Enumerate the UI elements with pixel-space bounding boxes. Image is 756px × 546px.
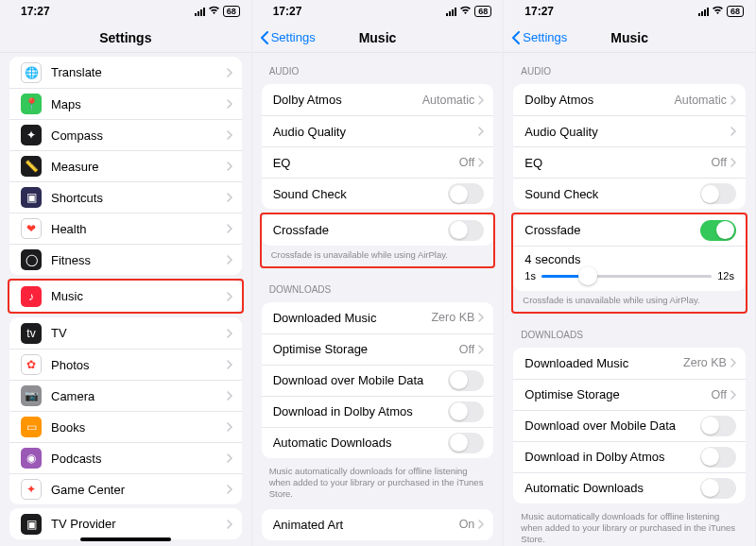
downloads-header: DOWNLOADS [252,271,504,299]
download-dolby-toggle[interactable] [448,401,484,422]
auto-downloads-toggle[interactable] [448,433,484,453]
podcasts-icon: ◉ [21,448,42,469]
settings-item-maps[interactable]: 📍Maps [9,88,242,119]
sound-check-row[interactable]: Sound Check [513,178,746,209]
download-mobile-toggle[interactable] [700,416,736,436]
auto-downloads-row[interactable]: Automatic Downloads [262,427,494,458]
chevron-right-icon [730,158,736,167]
eq-row[interactable]: EQ Off [513,146,746,178]
row-label: Measure [51,160,227,174]
home-indicator[interactable] [80,537,171,541]
crossfade-toggle[interactable] [448,220,484,241]
maps-icon: 📍 [21,94,42,114]
settings-item-translate[interactable]: 🌐Translate [9,57,242,88]
settings-item-fitness[interactable]: ◯Fitness [9,244,242,275]
chevron-right-icon [478,95,484,105]
settings-item-tv[interactable]: tvTV [9,317,242,349]
sound-check-toggle[interactable] [700,183,736,204]
download-mobile-toggle[interactable] [448,370,484,391]
settings-item-camera[interactable]: 📷Camera [9,380,242,411]
auto-downloads-toggle[interactable] [700,478,736,499]
settings-item-music[interactable]: ♪Music [9,281,242,312]
row-value: Automatic [674,94,727,107]
chevron-right-icon [227,292,232,301]
row-label: Dolby Atmos [273,93,422,107]
battery-icon: 68 [727,6,744,17]
download-dolby-toggle[interactable] [700,447,736,468]
chevron-right-icon [478,158,484,167]
download-mobile-row[interactable]: Download over Mobile Data [513,410,746,441]
page-title: Music [359,30,397,45]
wifi-icon [712,6,724,17]
download-mobile-row[interactable]: Download over Mobile Data [262,365,494,396]
downloaded-music-row[interactable]: Downloaded Music Zero KB [262,302,494,333]
audio-quality-row[interactable]: Audio Quality [262,115,494,146]
optimise-storage-row[interactable]: Optimise Storage Off [513,379,746,410]
downloaded-music-row[interactable]: Downloaded Music Zero KB [513,348,746,379]
crossfade-slider[interactable] [541,275,712,278]
translate-icon: 🌐 [21,62,42,83]
row-label: Maps [51,97,227,111]
settings-item-books[interactable]: ▭Books [9,411,242,442]
tvprovider-icon: ▣ [21,514,42,535]
crossfade-toggle[interactable] [700,220,736,241]
health-icon: ❤ [21,218,42,239]
crossfade-row[interactable]: Crossfade [262,214,494,246]
back-button[interactable]: Settings [260,30,316,44]
row-label: TV [51,326,227,340]
settings-item-measure[interactable]: 📏Measure [9,150,242,181]
settings-item-compass[interactable]: ✦Compass [9,119,242,150]
settings-list[interactable]: 🌐Translate📍Maps✦Compass📏Measure▣Shortcut… [0,53,251,546]
chevron-right-icon [478,313,484,322]
music-settings-screen: 17:27 68 Settings Music AUDIO Dolby Atmo… [252,0,505,546]
audio-header: AUDIO [252,53,504,80]
dolby-atmos-row[interactable]: Dolby Atmos Automatic [262,84,494,115]
download-dolby-row[interactable]: Download in Dolby Atmos [513,441,746,472]
chevron-right-icon [227,520,232,529]
sound-check-toggle[interactable] [448,183,484,204]
page-title: Music [610,30,648,45]
slider-max-label: 12s [717,270,734,282]
settings-item-tvprovider[interactable]: ▣TV Provider [9,508,242,539]
animated-art-row[interactable]: Animated Art On [262,509,494,540]
optimise-storage-row[interactable]: Optimise Storage Off [262,333,494,365]
measure-icon: 📏 [21,156,42,177]
chevron-right-icon [730,390,736,400]
slider-thumb[interactable] [578,266,597,285]
chevron-right-icon [227,422,232,432]
status-indicators: 68 [195,6,240,17]
row-label: Download over Mobile Data [524,418,700,433]
download-dolby-row[interactable]: Download in Dolby Atmos [262,396,494,427]
row-label: Download in Dolby Atmos [524,450,700,464]
back-label: Settings [271,30,316,44]
sound-check-row[interactable]: Sound Check [262,178,494,209]
back-button[interactable]: Settings [511,30,567,44]
eq-row[interactable]: EQ Off [262,146,494,178]
status-time: 17:27 [515,5,554,18]
row-value: Zero KB [431,311,474,324]
crossfade-row[interactable]: Crossfade [513,214,746,246]
settings-item-health[interactable]: ❤Health [9,213,242,244]
row-value: Off [712,156,727,169]
dolby-atmos-row[interactable]: Dolby Atmos Automatic [513,84,746,115]
settings-item-podcasts[interactable]: ◉Podcasts [9,442,242,473]
chevron-right-icon [227,193,232,202]
settings-item-gamecenter[interactable]: ✦Game Center [9,473,242,504]
chevron-right-icon [227,485,232,494]
downloads-note: Music automatically downloads for offlin… [252,462,504,505]
camera-icon: 📷 [21,385,42,406]
crossfade-highlight: Crossfade 4 seconds 1s 12s Crossfade [511,213,747,314]
audio-quality-row[interactable]: Audio Quality [513,115,746,146]
row-value: Automatic [422,94,475,107]
gamecenter-icon: ✦ [21,479,42,500]
chevron-right-icon [227,224,232,233]
auto-downloads-row[interactable]: Automatic Downloads [513,472,746,503]
settings-item-shortcuts[interactable]: ▣Shortcuts [9,181,242,213]
tv-icon: tv [21,323,42,344]
nav-bar: Settings [0,23,251,53]
chevron-right-icon [478,520,484,529]
row-label: Fitness [51,253,227,267]
settings-item-photos[interactable]: ✿Photos [9,349,242,380]
row-label: TV Provider [51,517,227,531]
chevron-right-icon [227,329,232,338]
